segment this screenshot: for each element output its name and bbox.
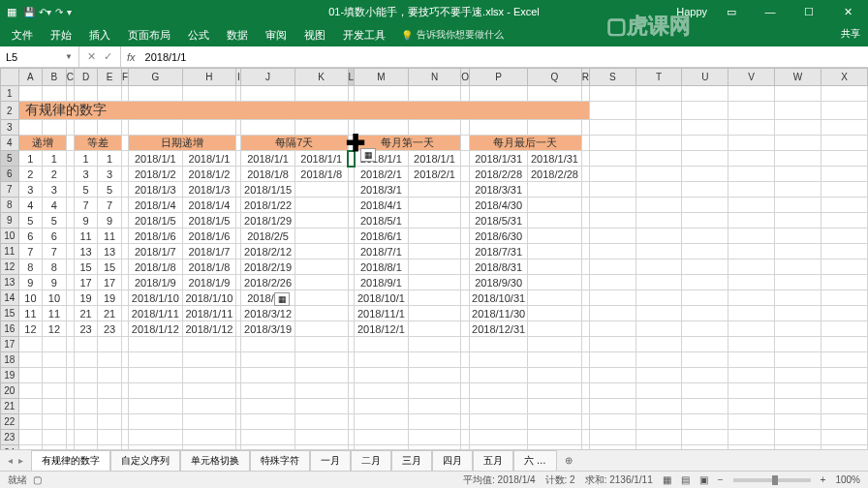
cell-S21[interactable] [590, 399, 636, 414]
cell-P7[interactable]: 2018/3/31 [470, 182, 528, 198]
cell-S1[interactable] [590, 86, 636, 102]
cell-T23[interactable] [636, 430, 682, 445]
cell-T1[interactable] [636, 86, 682, 102]
cell-G3[interactable] [128, 120, 182, 136]
cell-N13[interactable] [408, 275, 461, 290]
cell-W13[interactable] [774, 275, 821, 290]
cell-C7[interactable] [66, 182, 74, 198]
cell-X17[interactable] [822, 337, 868, 352]
cell-S22[interactable] [590, 414, 636, 430]
cell-P4[interactable]: 每月最后一天 [470, 136, 582, 151]
cell-D19[interactable] [74, 368, 98, 383]
cell-X6[interactable] [822, 167, 868, 182]
cell-U1[interactable] [682, 86, 728, 102]
cell-E15[interactable]: 21 [98, 306, 122, 321]
row-header-3[interactable]: 3 [1, 120, 19, 136]
sheet-tab[interactable]: 自定义序列 [110, 450, 180, 472]
cell-M20[interactable] [355, 383, 409, 399]
cell-C10[interactable] [66, 229, 74, 244]
cell-X1[interactable] [822, 86, 868, 102]
row-header-11[interactable]: 11 [1, 244, 19, 259]
cell-X10[interactable] [822, 229, 868, 244]
cell-G8[interactable]: 2018/1/4 [128, 198, 182, 213]
cell-N16[interactable] [408, 321, 461, 337]
cell-R22[interactable] [581, 414, 589, 430]
cell-M23[interactable] [355, 430, 409, 445]
add-sheet-button[interactable]: ⊕ [557, 455, 580, 466]
cell-C3[interactable] [66, 120, 74, 136]
cell-O23[interactable] [461, 430, 470, 445]
cell-A15[interactable]: 11 [18, 306, 43, 321]
cell-U12[interactable] [682, 259, 728, 275]
cell-M10[interactable]: 2018/6/1 [355, 229, 409, 244]
cell-A14[interactable]: 10 [18, 290, 43, 306]
cell-N5[interactable]: 2018/1/1 [408, 151, 461, 167]
cell-U4[interactable] [682, 136, 728, 151]
cell-J20[interactable] [241, 383, 295, 399]
cell-K1[interactable] [294, 86, 348, 102]
cell-N15[interactable] [408, 306, 461, 321]
cell-E14[interactable]: 19 [98, 290, 122, 306]
cell-K16[interactable] [294, 321, 348, 337]
cell-X9[interactable] [822, 213, 868, 229]
cell-F17[interactable] [121, 337, 128, 352]
sheet-tab[interactable]: 六 … [513, 450, 557, 472]
cell-N21[interactable] [408, 399, 461, 414]
cell-S6[interactable] [590, 167, 636, 182]
row-header-13[interactable]: 13 [1, 275, 19, 290]
cell-X18[interactable] [822, 352, 868, 368]
cell-D12[interactable]: 15 [74, 259, 98, 275]
cell-G23[interactable] [128, 430, 182, 445]
cell-T4[interactable] [636, 136, 682, 151]
cell-B12[interactable]: 8 [43, 259, 67, 275]
cell-R16[interactable] [581, 321, 589, 337]
cell-H7[interactable]: 2018/1/3 [182, 182, 236, 198]
cell-R15[interactable] [581, 306, 589, 321]
cell-X8[interactable] [822, 198, 868, 213]
row-header-2[interactable]: 2 [1, 102, 19, 120]
cell-A5[interactable]: 1 [18, 151, 43, 167]
col-header-P[interactable]: P [470, 69, 528, 86]
cell-V5[interactable] [728, 151, 775, 167]
cell-X21[interactable] [822, 399, 868, 414]
cell-S18[interactable] [590, 352, 636, 368]
cell-U9[interactable] [682, 213, 728, 229]
cell-O7[interactable] [461, 182, 470, 198]
cell-W8[interactable] [774, 198, 821, 213]
cell-U3[interactable] [682, 120, 728, 136]
cell-F8[interactable] [121, 198, 128, 213]
cell-B16[interactable]: 12 [43, 321, 67, 337]
cell-H23[interactable] [182, 430, 236, 445]
tab-home[interactable]: 开始 [48, 24, 74, 46]
tell-me[interactable]: 💡告诉我你想要做什么 [401, 28, 504, 42]
cell-D5[interactable]: 1 [74, 151, 98, 167]
col-header-X[interactable]: X [822, 69, 868, 86]
col-header-H[interactable]: H [182, 69, 236, 86]
cell-C20[interactable] [66, 383, 74, 399]
cell-C13[interactable] [66, 275, 74, 290]
cell-U16[interactable] [682, 321, 728, 337]
cell-S23[interactable] [590, 430, 636, 445]
tab-review[interactable]: 审阅 [264, 24, 289, 46]
cell-A10[interactable]: 6 [18, 229, 43, 244]
cell-C15[interactable] [66, 306, 74, 321]
cell-U8[interactable] [682, 198, 728, 213]
cell-C5[interactable] [66, 151, 74, 167]
cell-M13[interactable]: 2018/9/1 [355, 275, 409, 290]
sheet-tab[interactable]: 特殊字符 [250, 450, 310, 472]
cell-K19[interactable] [294, 368, 348, 383]
tab-formulas[interactable]: 公式 [186, 24, 211, 46]
cell-V21[interactable] [728, 399, 775, 414]
cell-K10[interactable] [294, 229, 348, 244]
cell-R13[interactable] [581, 275, 589, 290]
cell-Q13[interactable] [528, 275, 582, 290]
cell-P21[interactable] [470, 399, 528, 414]
cell-F6[interactable] [121, 167, 128, 182]
cell-H18[interactable] [182, 352, 236, 368]
row-header-4[interactable]: 4 [1, 136, 19, 151]
row-header-23[interactable]: 23 [1, 430, 19, 445]
cell-B14[interactable]: 10 [43, 290, 67, 306]
cell-B10[interactable]: 6 [43, 229, 67, 244]
cell-V15[interactable] [728, 306, 775, 321]
cell-Q11[interactable] [528, 244, 582, 259]
